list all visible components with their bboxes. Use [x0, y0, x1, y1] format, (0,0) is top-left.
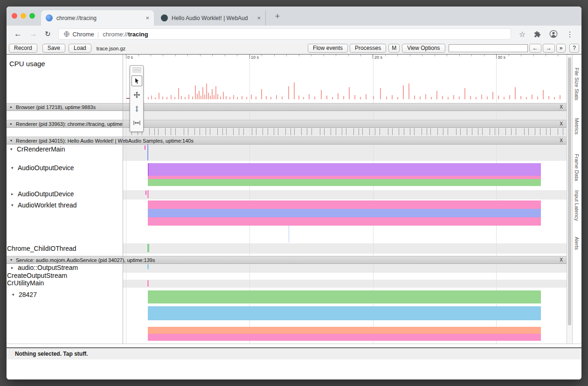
cpu-usage-spike	[481, 95, 482, 99]
thread-label-crrenderermain[interactable]: ▾ CrRendererMain	[10, 145, 65, 153]
trace-slice-mark[interactable]	[148, 163, 149, 176]
trace-event-tick	[278, 128, 278, 135]
trace-slice-mark[interactable]	[145, 145, 145, 150]
collapse-arrow-icon[interactable]: ▾	[11, 203, 18, 207]
trace-slice-mark[interactable]	[147, 145, 148, 160]
cpu-usage-spike	[515, 87, 516, 99]
trace-event-tick	[285, 128, 286, 135]
ruler-tick	[533, 55, 534, 56]
collapse-arrow-icon[interactable]: ▾	[10, 138, 15, 143]
thread-label-text: CrRendererMain	[17, 145, 65, 153]
trace-slice-mark[interactable]	[145, 191, 146, 195]
collapse-arrow-icon[interactable]: ▾	[11, 165, 18, 170]
cpu-usage-spike	[174, 97, 175, 99]
thread-label-childiothread: Chrome_ChildIOThread	[7, 245, 76, 252]
cpu-usage-spike	[543, 90, 544, 99]
close-track-button[interactable]: X	[560, 104, 563, 110]
process-header-browser[interactable]: ▸ Browser (pid 17218), uptime:9883s X	[7, 103, 567, 111]
trace-event-tick	[540, 128, 540, 135]
zoom-mode-button[interactable]	[131, 103, 142, 114]
panel-divider	[123, 55, 123, 344]
trace-event-tick	[546, 128, 546, 135]
close-track-button[interactable]: X	[560, 138, 563, 143]
process-header-renderer-tracing[interactable]: ▸ Renderer (pid 33963): chrome://tracing…	[7, 120, 567, 128]
trace-slice-mark[interactable]	[147, 190, 149, 198]
toolbar-drag-handle[interactable]	[132, 68, 141, 72]
cpu-usage-spike	[204, 95, 205, 99]
tab-metrics[interactable]: Metrics	[574, 118, 580, 134]
collapse-arrow-icon[interactable]: ▾	[10, 147, 17, 152]
trace-event-tick	[194, 128, 195, 135]
ruler-tick	[447, 55, 447, 56]
tab-file-size-stats[interactable]: File Size Stats	[574, 68, 580, 100]
thread-label-28427[interactable]: ▾ 28427	[12, 291, 37, 298]
trace-slice-mark[interactable]	[147, 280, 149, 287]
cpu-usage-spike	[192, 96, 193, 99]
trace-event-tick	[456, 128, 457, 135]
select-mode-button[interactable]	[131, 76, 142, 86]
ruler-tick	[126, 55, 126, 59]
close-track-button[interactable]: X	[560, 257, 563, 262]
trace-slice-bar[interactable]	[148, 290, 541, 303]
trace-slice-bar[interactable]	[148, 217, 541, 226]
trace-event-tick	[268, 128, 268, 135]
cpu-usage-spike	[162, 96, 163, 99]
trace-event-tick	[404, 128, 404, 135]
cpu-usage-spike	[420, 96, 421, 99]
trace-slice-mark[interactable]	[147, 244, 149, 252]
collapse-arrow-icon[interactable]: ▸	[10, 105, 15, 109]
browser-window: chrome://tracing × Hello Audio Worklet! …	[7, 7, 581, 379]
close-track-button[interactable]: X	[560, 121, 563, 126]
collapse-arrow-icon[interactable]: ▸	[11, 265, 18, 270]
trace-slice-mark[interactable]	[147, 264, 149, 269]
thread-label-outputstream[interactable]: ▸ audio::OutputStream	[11, 264, 78, 271]
trace-slice-bar[interactable]	[148, 334, 541, 341]
trace-event-tick	[369, 128, 370, 135]
cpu-usage-spike	[199, 91, 200, 99]
timeline-scrollbar[interactable]	[567, 55, 572, 344]
process-header-renderer-webaudio[interactable]: ▾ Renderer (pid 34015): Hello Audio Work…	[7, 137, 567, 145]
trace-slice-bar[interactable]	[148, 163, 541, 176]
ruler-tick	[163, 55, 163, 56]
trace-slice-bar[interactable]	[148, 179, 541, 186]
pan-mode-button[interactable]	[131, 90, 142, 100]
trace-slice-bar[interactable]	[148, 306, 541, 320]
timing-mode-button[interactable]	[131, 117, 142, 128]
scrollbar-thumb[interactable]	[568, 57, 571, 325]
trace-slice-bar[interactable]	[148, 176, 541, 179]
cpu-usage-spike	[171, 95, 172, 99]
cpu-usage-spike	[220, 96, 221, 99]
thread-label-audiooutputdevice-1[interactable]: ▾ AudioOutputDevice	[11, 164, 74, 172]
trace-event-tick	[274, 128, 274, 135]
tab-frame-data[interactable]: Frame Data	[574, 154, 580, 181]
cpu-usage-spike	[343, 96, 344, 99]
cpu-usage-spike	[492, 92, 493, 99]
cpu-usage-spike	[373, 96, 374, 99]
trace-event-tick	[291, 128, 291, 135]
cpu-usage-spike	[294, 83, 295, 99]
trace-slice-bar[interactable]	[148, 327, 541, 334]
trace-event-tick	[200, 128, 200, 135]
cpu-usage-spike	[276, 95, 277, 99]
ruler-tick	[459, 55, 460, 56]
collapse-arrow-icon[interactable]: ▸	[11, 192, 18, 196]
trace-slice-bar[interactable]	[148, 200, 541, 209]
cpu-usage-spike	[242, 96, 242, 99]
collapse-arrow-icon[interactable]: ▾	[12, 292, 19, 297]
trace-event-tick	[443, 128, 443, 135]
cpu-usage-spike	[548, 96, 549, 99]
tab-alerts[interactable]: Alerts	[574, 237, 580, 250]
thread-label-text: 28427	[19, 291, 37, 298]
thread-label-audioworklet[interactable]: ▾ AudioWorklet thread	[11, 201, 77, 209]
thread-label-audiooutputdevice-2[interactable]: ▸ AudioOutputDevice	[11, 190, 74, 198]
cpu-usage-spike	[166, 97, 167, 99]
trace-slice-mark[interactable]	[289, 226, 289, 242]
tab-input-latency[interactable]: Input Latency	[574, 190, 580, 221]
collapse-arrow-icon[interactable]: ▸	[10, 122, 15, 126]
cpu-usage-spike	[185, 97, 186, 99]
ruler-tick	[324, 55, 324, 56]
trace-event-tick	[336, 128, 336, 135]
collapse-arrow-icon[interactable]: ▾	[10, 258, 15, 262]
trace-slice-bar[interactable]	[148, 209, 541, 217]
process-header-audio-service[interactable]: ▾ Service: audio.mojom.AudioService (pid…	[7, 256, 567, 264]
